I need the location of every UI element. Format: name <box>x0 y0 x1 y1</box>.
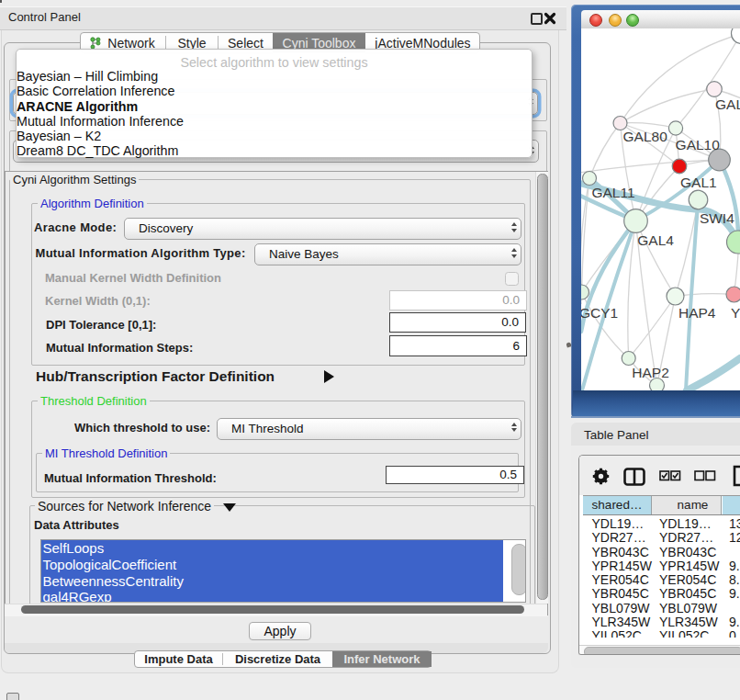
svg-text:SWI4: SWI4 <box>700 210 734 226</box>
svg-text:GCY1: GCY1 <box>581 305 618 321</box>
svg-text:GAL1: GAL1 <box>680 175 717 190</box>
svg-text:GAL11: GAL11 <box>591 185 634 200</box>
svg-text:HAP2: HAP2 <box>632 365 669 380</box>
svg-text:GAL10: GAL10 <box>676 137 721 152</box>
svg-text:Y: Y <box>731 305 740 321</box>
svg-text:GAL80: GAL80 <box>623 129 668 144</box>
svg-text:HAP4: HAP4 <box>678 305 716 321</box>
svg-text:GAL: GAL <box>715 96 740 112</box>
svg-text:GAL4: GAL4 <box>637 232 674 248</box>
